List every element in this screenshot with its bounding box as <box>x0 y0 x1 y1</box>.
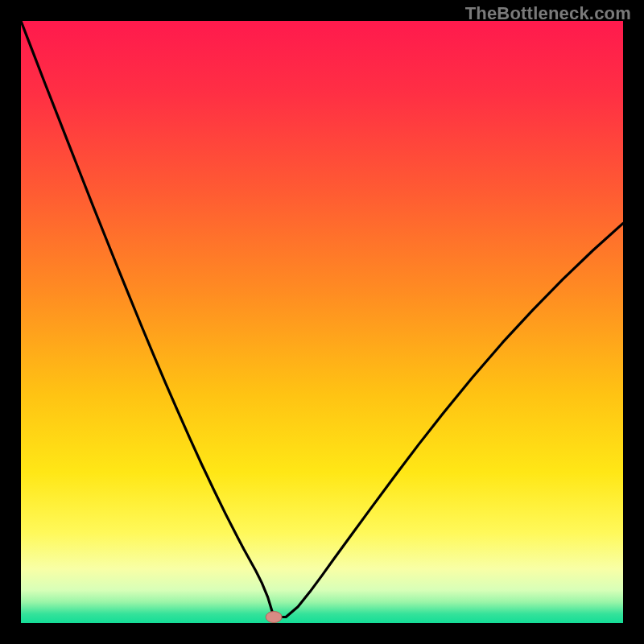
bottleneck-chart <box>21 21 623 623</box>
optimal-point-marker <box>266 612 282 623</box>
plot-area <box>21 21 623 623</box>
chart-frame: TheBottleneck.com <box>0 0 644 644</box>
gradient-background <box>21 21 623 623</box>
